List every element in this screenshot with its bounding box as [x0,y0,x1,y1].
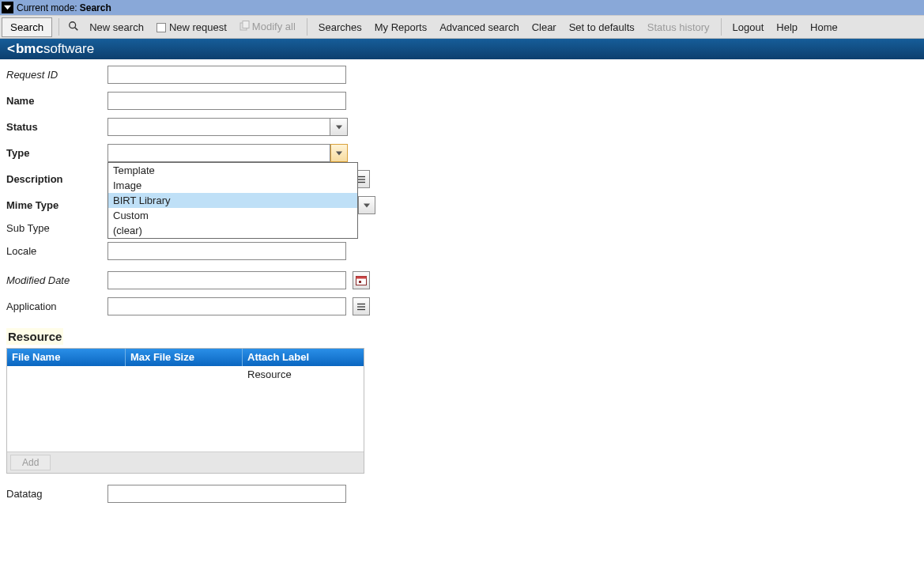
grid-footer: Add [7,451,364,473]
type-option[interactable]: BIRT Library [108,193,357,208]
row-application: Application [6,297,918,315]
label-name: Name [6,95,107,107]
input-name[interactable] [107,92,346,110]
mode-bar: Current mode: Search [0,0,924,15]
mode-dropdown-icon[interactable] [2,2,13,13]
type-dropdown-list: Template Image BIRT Library Custom (clea… [107,162,358,239]
status-dropdown-button[interactable] [330,118,348,136]
toolbar: Search New search New request Modify all… [0,15,924,39]
application-menu-button[interactable] [353,297,370,315]
svg-rect-13 [356,277,367,279]
col-file-name[interactable]: File Name [7,349,126,366]
type-option[interactable]: Image [108,178,357,193]
new-search-link[interactable]: New search [83,21,150,33]
clear-link[interactable]: Clear [526,21,563,33]
input-modified-date[interactable] [107,271,346,289]
label-status: Status [6,121,107,133]
label-locale: Locale [6,245,107,257]
brand-prefix: bmc [16,41,43,57]
modify-all-link: Modify all [233,21,302,34]
svg-rect-4 [243,21,249,28]
row-datatag: Datatag [6,485,918,503]
toolbar-separator [721,18,722,36]
type-dropdown-button[interactable] [330,144,348,162]
row-name: Name [6,92,918,110]
col-attach-label[interactable]: Attach Label [243,349,364,366]
input-request-id[interactable] [107,66,346,84]
input-type[interactable] [107,144,330,162]
toolbar-separator [58,18,59,36]
label-modified-date: Modified Date [6,274,107,286]
grid-header: File Name Max File Size Attach Label [7,349,364,366]
label-mime-type: Mime Type [6,199,107,211]
svg-marker-11 [364,203,370,207]
add-button: Add [10,455,51,470]
resource-section-title: Resource [6,328,63,345]
calendar-button[interactable] [353,271,370,289]
cell-max-file-size [126,366,243,451]
label-application: Application [6,300,107,312]
svg-line-2 [75,27,78,30]
label-datatag: Datatag [6,488,107,500]
label-request-id: Request ID [6,69,107,81]
search-button[interactable]: Search [2,17,52,37]
mode-value: Search [80,2,111,13]
row-locale: Locale [6,242,918,260]
cell-file-name [7,366,126,451]
row-request-id: Request ID [6,66,918,84]
label-type: Type [6,147,107,159]
type-option[interactable]: Custom [108,208,357,223]
row-type: Type Template Image BIRT Library Custom … [6,144,918,162]
help-link[interactable]: Help [770,21,804,33]
brand-bar: > bmcsoftware [0,39,924,59]
form-area: Request ID Name Status Type Template Ima… [0,59,924,517]
home-link[interactable]: Home [804,21,844,33]
mode-prefix: Current mode: [17,2,77,13]
input-datatag[interactable] [107,485,346,503]
input-application[interactable] [107,297,346,315]
advanced-search-link[interactable]: Advanced search [433,21,525,33]
label-description: Description [6,173,107,185]
svg-marker-0 [4,6,11,9]
set-defaults-link[interactable]: Set to defaults [563,21,641,33]
label-sub-type: Sub Type [6,222,107,234]
input-status[interactable] [107,118,330,136]
my-reports-link[interactable]: My Reports [368,21,433,33]
grid-body[interactable]: Resource [7,366,364,451]
svg-rect-14 [359,281,361,283]
type-option[interactable]: Template [108,163,357,178]
logout-link[interactable]: Logout [726,21,771,33]
status-history-link: Status history [641,21,716,33]
row-status: Status [6,118,918,136]
row-modified-date: Modified Date [6,271,918,289]
modify-all-icon [239,21,250,33]
resource-grid: File Name Max File Size Attach Label Res… [6,348,364,474]
svg-point-1 [70,21,76,28]
cell-attach-label: Resource [243,366,364,451]
toolbar-separator [307,18,307,36]
brand-chevron-icon: > [7,41,15,57]
mime-type-dropdown-button-visible[interactable] [358,196,375,214]
brand-suffix: software [43,41,94,57]
new-request-label: New request [169,21,227,33]
svg-marker-5 [336,125,342,129]
new-request-link[interactable]: New request [150,21,233,33]
col-max-file-size[interactable]: Max File Size [126,349,243,366]
new-request-icon [157,23,166,32]
magnifier-icon[interactable] [64,21,83,34]
modify-all-label: Modify all [252,21,296,32]
searches-link[interactable]: Searches [312,21,368,33]
input-locale[interactable] [107,242,346,260]
type-option[interactable]: (clear) [108,223,357,238]
svg-marker-6 [336,151,342,155]
